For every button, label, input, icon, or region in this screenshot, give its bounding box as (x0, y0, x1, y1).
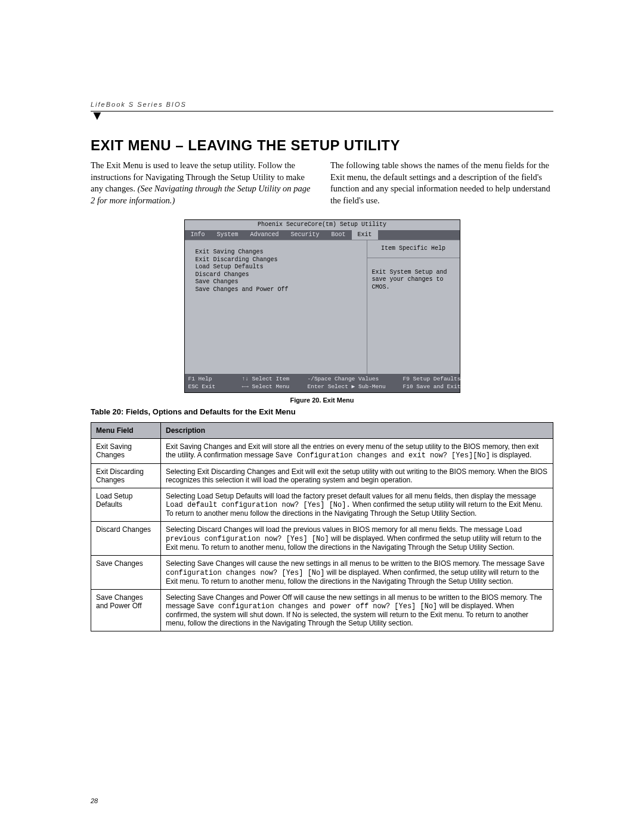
bios-footer-cell: F9 Setup Defaults (403, 376, 469, 383)
bios-menu-item: Load Setup Defaults (196, 264, 356, 271)
bios-help-body: Exit System Setup and save your changes … (367, 258, 460, 302)
table-row: Exit Saving ChangesExit Saving Changes a… (91, 439, 553, 464)
table-row: Discard ChangesSelecting Discard Changes… (91, 522, 553, 556)
bios-screenshot: Phoenix SecureCore(tm) Setup Utility Inf… (184, 219, 460, 393)
bios-footer-cell: Enter Select ▶ Sub-Menu (308, 383, 403, 391)
bios-help-title: Item Specific Help (367, 240, 460, 258)
table-cell-field: Exit Saving Changes (91, 439, 161, 464)
figure-caption: Figure 20. Exit Menu (91, 397, 553, 404)
table-row: Save ChangesSelecting Save Changes will … (91, 556, 553, 590)
bios-footer-keys: F1 Help↑↓ Select Item-/Space Change Valu… (185, 374, 460, 392)
bios-utility-title: Phoenix SecureCore(tm) Setup Utility (185, 220, 460, 230)
table-cell-field: Exit Discarding Changes (91, 464, 161, 488)
bios-tab-boot: Boot (326, 230, 352, 240)
table-cell-description: Selecting Exit Discarding Changes and Ex… (161, 464, 553, 488)
table-row: Exit Discarding ChangesSelecting Exit Di… (91, 464, 553, 488)
bios-menu-item: Exit Saving Changes (196, 249, 356, 256)
bios-menu-item: Save Changes and Power Off (196, 286, 356, 294)
table-row: Load Setup DefaultsSelecting Load Setup … (91, 488, 553, 522)
table-row: Save Changes and Power OffSelecting Save… (91, 590, 553, 631)
table-cell-description: Selecting Load Setup Defaults will load … (161, 488, 553, 522)
bios-tab-exit: Exit (352, 230, 378, 240)
table-header-menu-field: Menu Field (91, 423, 161, 439)
running-header: LifeBook S Series BIOS (91, 101, 187, 108)
table-cell-description: Selecting Discard Changes will load the … (161, 522, 553, 556)
table-cell-description: Selecting Save Changes and Power Off wil… (161, 590, 553, 631)
header-arrow-icon: ▼ (91, 112, 553, 119)
bios-menu-items: Exit Saving ChangesExit Discarding Chang… (185, 240, 367, 374)
table-cell-description: Selecting Save Changes will cause the ne… (161, 556, 553, 590)
table-cell-field: Discard Changes (91, 522, 161, 556)
bios-menu-item: Save Changes (196, 278, 356, 286)
intro-column-left: The Exit Menu is used to leave the setup… (91, 160, 314, 206)
bios-footer-cell: -/Space Change Values (308, 376, 403, 383)
bios-tab-info: Info (185, 230, 211, 240)
bios-tab-advanced: Advanced (244, 230, 285, 240)
bios-tab-security: Security (285, 230, 326, 240)
bios-menu-item: Exit Discarding Changes (196, 256, 356, 264)
page-title: EXIT MENU – LEAVING THE SETUP UTILITY (91, 137, 553, 154)
intro-column-right: The following table shows the names of t… (330, 160, 553, 206)
bios-footer-cell: ESC Exit (188, 383, 242, 391)
bios-footer-cell: F10 Save and Exit (403, 383, 469, 391)
bios-menu-item: Discard Changes (196, 271, 356, 279)
table-caption: Table 20: Fields, Options and Defaults f… (91, 407, 553, 416)
fields-table: Menu Field Description Exit Saving Chang… (91, 422, 553, 631)
page-number: 28 (91, 797, 98, 804)
table-header-description: Description (161, 423, 553, 439)
bios-footer-cell: F1 Help (188, 376, 242, 383)
table-cell-field: Save Changes (91, 556, 161, 590)
bios-tab-system: System (211, 230, 244, 240)
table-cell-description: Exit Saving Changes and Exit will store … (161, 439, 553, 464)
table-cell-field: Load Setup Defaults (91, 488, 161, 522)
bios-footer-cell: ←→ Select Menu (242, 383, 308, 391)
table-cell-field: Save Changes and Power Off (91, 590, 161, 631)
bios-footer-cell: ↑↓ Select Item (242, 376, 308, 383)
